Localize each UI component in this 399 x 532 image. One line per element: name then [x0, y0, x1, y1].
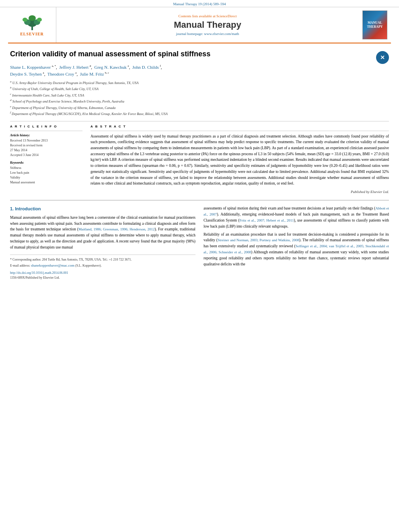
crossmark-badge[interactable]: ✕	[376, 51, 389, 64]
revised-date: 27 May 2014	[10, 148, 82, 153]
email-label: E-mail address:	[10, 264, 30, 267]
intro-col-right: assessments of spinal motion during thei…	[204, 205, 389, 281]
keyword-lbp: Low back pain	[10, 170, 82, 175]
issn-note: 1356-689X/Published by Elsevier Ltd.	[10, 275, 195, 280]
journal-name-title: Manual Therapy	[174, 20, 241, 30]
abstract-divider	[90, 131, 389, 131]
doi-link[interactable]: http://dx.doi.org/10.1016/j.math.2014.06…	[10, 271, 68, 275]
authors-line: Shane L. Koppenhaver a, *, Jeffrey J. He…	[10, 64, 389, 77]
received-date: Received 13 November 2013	[10, 138, 82, 143]
svg-point-4	[23, 18, 27, 22]
title-row: Criterion validity of manual assessment …	[10, 49, 389, 64]
intro-section: 1. Introduction Manual assessments of sp…	[10, 205, 389, 281]
body-divider	[10, 200, 389, 201]
article-title: Criterion validity of manual assessment …	[10, 49, 210, 59]
journal-cover-area: MANUALTHERAPY	[359, 7, 391, 43]
ref-abbott: Abbott et al., 2007	[204, 206, 389, 216]
affiliations: a U.S. Army-Baylor University Doctoral P…	[10, 80, 389, 117]
published-by: Published by Elsevier Ltd.	[90, 190, 389, 194]
author-hebert: Jeffrey J. Hebert	[59, 65, 88, 70]
intro-col-left: 1. Introduction Manual assessments of sp…	[10, 205, 195, 281]
journal-cover-image: MANUALTHERAPY	[362, 10, 387, 39]
affiliation-f: f Department of Physical Therapy (MCSG/S…	[10, 111, 389, 117]
keywords-label: Keywords:	[10, 161, 82, 164]
crossmark-icon: ✕	[380, 54, 385, 61]
author-childs: John D. Childs	[132, 65, 159, 70]
affiliation-d: d School of Psychology and Exercise Scie…	[10, 98, 389, 104]
intro-para-right-2: Reliability of an examination procedure …	[204, 232, 389, 267]
elsevier-wordmark: ELSEVIER	[20, 32, 44, 36]
keyword-stiffness: Stiffness	[10, 166, 82, 170]
journal-header: ELSEVIER Contents lists available at Sci…	[8, 7, 391, 43]
svg-point-5	[37, 18, 42, 22]
sciencedirect-link: Contents lists available at ScienceDirec…	[179, 14, 237, 18]
affiliation-c: c Intermountain Health Care, Salt Lake C…	[10, 92, 389, 98]
ref-maitland: Maitland, 1986; Greenman, 1996; Henderso…	[78, 227, 155, 231]
history-label: Article history:	[10, 134, 82, 137]
intro-para-1: Manual assessments of spinal stiffness h…	[10, 215, 195, 251]
author-croy: Theodore Croy	[47, 72, 74, 76]
affiliation-b: b University of Utah, College of Health,…	[10, 86, 389, 92]
email-address: shanekoppenhaver@mac.com	[31, 263, 74, 267]
footer-notes: * Corresponding author. 204 Tuttle Rd, S…	[10, 255, 195, 280]
info-divider	[10, 131, 82, 131]
article-info-label: A R T I C L E I N F O	[10, 125, 82, 128]
abstract-label: A B S T R A C T	[90, 125, 389, 128]
main-content: Criterion validity of manual assessment …	[0, 43, 399, 289]
elsevier-tree-icon	[20, 14, 44, 30]
elsevier-logo-area: ELSEVIER	[8, 7, 56, 43]
ref-streiner-norman: Streiner and Norman, 2003; Portney and W…	[218, 238, 299, 242]
abstract-column: A B S T R A C T Assessment of spinal sti…	[90, 125, 389, 194]
accepted-date: Accepted 3 June 2014	[10, 153, 82, 158]
email-attr-text: (S.L. Koppenhaver).	[75, 264, 102, 267]
article-info-abstract-section: A R T I C L E I N F O Article history: R…	[10, 125, 389, 194]
abstract-text: Assessment of spinal stiffness is widely…	[90, 134, 389, 187]
doi-section: http://dx.doi.org/10.1016/j.math.2014.06…	[10, 271, 195, 275]
email-note: E-mail address: shanekoppenhaver@mac.com…	[10, 263, 195, 268]
keyword-manual-assessment: Manual assessment	[10, 180, 82, 185]
author-teyhen: Deydre S. Teyhen	[10, 72, 42, 76]
revised-label: Received in revised form	[10, 143, 82, 148]
ref-seffinger: Seffinger et al., 2004; van Trijffel et …	[204, 244, 389, 254]
abstract-paragraph: Assessment of spinal stiffness is widely…	[90, 134, 389, 187]
keyword-validity: Validity	[10, 175, 82, 180]
affiliation-e: e Department of Physical Therapy, Univer…	[10, 105, 389, 111]
article-info-column: A R T I C L E I N F O Article history: R…	[10, 125, 82, 194]
journal-homepage: journal homepage: www.elsevier.com/math	[176, 32, 239, 36]
ref-fritz: Fritz et al., 2007; Hebert et al., 2011	[239, 218, 294, 222]
author-fritz: Julie M. Fritz	[80, 72, 104, 76]
journal-ref-text: Manual Therapy 19 (2014) 589–594	[173, 2, 226, 6]
author-koppenhaver: Shane L. Koppenhaver	[10, 65, 51, 70]
intro-heading: 1. Introduction	[10, 205, 195, 212]
intro-para-right-1: assessments of spinal motion during thei…	[204, 205, 389, 230]
corresponding-note: * Corresponding author. 204 Tuttle Rd, S…	[10, 257, 195, 262]
divider-1	[10, 121, 389, 121]
author-kawchuk: Greg N. Kawchuk	[95, 65, 127, 70]
svg-point-6	[29, 15, 36, 21]
journal-title-area: Contents lists available at ScienceDirec…	[56, 7, 359, 43]
journal-top-bar: Manual Therapy 19 (2014) 589–594	[0, 0, 399, 7]
affiliation-a: a U.S. Army-Baylor University Doctoral P…	[10, 80, 389, 86]
